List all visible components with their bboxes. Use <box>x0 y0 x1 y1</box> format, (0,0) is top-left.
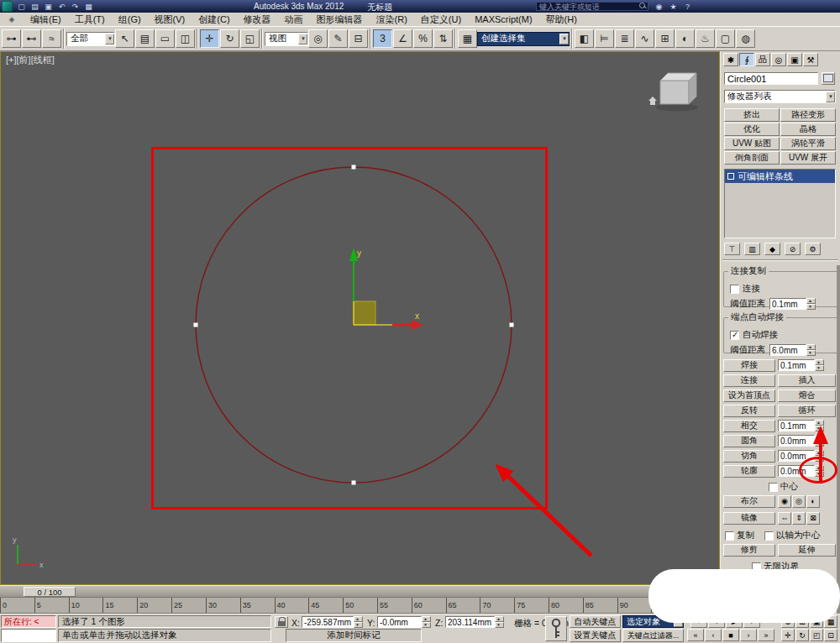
new-scene-icon[interactable]: ▢ <box>16 1 27 12</box>
communication-center-icon[interactable]: ◉ <box>654 1 664 12</box>
boolean-union-icon[interactable]: ◉ <box>778 495 791 508</box>
maximize-viewport-toggle-icon[interactable]: ⊡ <box>824 629 837 641</box>
timeline-tick[interactable]: 65 <box>446 598 480 613</box>
open-file-icon[interactable]: ▤ <box>29 1 40 12</box>
viewcube[interactable] <box>645 64 704 114</box>
material-editor-icon[interactable]: ◐ <box>675 29 695 48</box>
spinner-up-icon[interactable] <box>806 298 816 304</box>
menu-item[interactable]: 修改器 <box>237 13 278 26</box>
connect-threshold-field[interactable]: 0.1mm <box>769 298 806 310</box>
timeline-tick[interactable]: 95 <box>651 598 685 613</box>
percent-snap-icon[interactable]: % <box>413 29 433 48</box>
menu-item[interactable]: 帮助(H) <box>539 13 584 26</box>
z-spinner[interactable] <box>495 616 504 628</box>
timeline-tick[interactable]: 90 <box>617 598 652 613</box>
chamfer-button[interactable]: 切角 <box>723 450 775 463</box>
mirror-vertical-icon[interactable]: ⇕ <box>792 512 806 525</box>
key-filters-button[interactable]: 关键点过滤器... <box>622 629 684 642</box>
viewport-label[interactable]: [+][前][线框] <box>6 54 55 66</box>
next-key-icon[interactable]: › <box>743 615 760 628</box>
modifier-preset-button[interactable]: UVW 贴图 <box>724 137 780 150</box>
maxscript-mini-listener[interactable]: 所在行: < <box>1 615 56 628</box>
select-and-manipulate-icon[interactable]: ✎ <box>328 29 348 48</box>
cross-insert-value-field[interactable]: 0.1mm <box>778 420 815 431</box>
mirror-horizontal-icon[interactable]: ⇔ <box>778 512 791 525</box>
object-name-field[interactable] <box>724 72 818 85</box>
stop-icon[interactable]: ■ <box>722 629 739 641</box>
remove-modifier-icon[interactable]: ⊘ <box>785 243 801 255</box>
modifier-preset-button[interactable]: 涡轮平滑 <box>780 137 836 150</box>
spinner-down-icon[interactable] <box>815 441 824 447</box>
make-unique-icon[interactable]: ◆ <box>764 243 780 255</box>
keyboard-override-icon[interactable]: ⊟ <box>349 29 368 48</box>
make-first-button[interactable]: 设为首顶点 <box>723 389 775 402</box>
connect-copy-checkbox[interactable] <box>730 285 739 294</box>
modifier-preset-button[interactable]: 挤出 <box>724 108 780 122</box>
spinner-down-icon[interactable] <box>806 304 816 310</box>
tab-create[interactable]: ✱ <box>723 53 738 66</box>
modifier-preset-button[interactable]: 晶格 <box>780 123 836 136</box>
reverse-button[interactable]: 反转 <box>723 405 775 417</box>
named-selection-sets-combo[interactable]: 创建选择集 <box>477 32 570 46</box>
cross-insert-button[interactable]: 相交 <box>723 420 775 432</box>
modifier-preset-button[interactable]: 优化 <box>724 123 780 136</box>
align-icon[interactable]: ⊨ <box>595 29 614 48</box>
menu-item[interactable]: 工具(T) <box>68 13 112 26</box>
spinner-snap-icon[interactable]: ⇅ <box>433 29 453 48</box>
select-and-link-icon[interactable]: ⊶ <box>2 29 21 48</box>
spinner-down-icon[interactable] <box>354 622 363 628</box>
menu-item[interactable]: 自定义(U) <box>414 13 468 26</box>
use-pivot-point-icon[interactable]: ◎ <box>308 29 328 48</box>
select-by-name-icon[interactable]: ▤ <box>135 29 155 48</box>
tab-hierarchy[interactable]: 品 <box>755 53 770 66</box>
selection-filter-dropdown[interactable]: 全部 <box>66 32 115 46</box>
orbit-icon[interactable]: ↻ <box>795 629 809 641</box>
timeline-tick[interactable]: 20 <box>137 598 171 613</box>
mirror-both-icon[interactable]: ⊠ <box>806 512 820 525</box>
layer-manager-icon[interactable]: ≣ <box>615 29 634 48</box>
save-file-icon[interactable]: ▣ <box>43 1 54 12</box>
rectangular-selection-icon[interactable]: ▭ <box>155 29 175 48</box>
connect-button[interactable]: 连接 <box>723 374 775 387</box>
timeline-tick[interactable]: 25 <box>171 598 206 613</box>
timeline-tick[interactable]: 35 <box>240 598 275 613</box>
outline-center-checkbox[interactable] <box>769 483 778 492</box>
fuse-button[interactable]: 熔合 <box>778 389 836 402</box>
spinner-up-icon[interactable] <box>806 344 816 350</box>
timeline-tick[interactable]: 0 <box>0 598 34 613</box>
timeline-tick[interactable]: 75 <box>514 598 549 613</box>
modifier-preset-button[interactable]: UVW 展开 <box>780 151 836 165</box>
configure-modifier-sets-icon[interactable]: ⚙ <box>805 243 821 255</box>
favorites-icon[interactable]: ★ <box>668 1 679 12</box>
reference-coordinate-dropdown[interactable]: 视图 <box>265 32 308 46</box>
schematic-view-icon[interactable]: ⊞ <box>655 29 675 48</box>
x-coordinate-field[interactable]: -259.587mm <box>302 616 363 628</box>
rendered-frame-window-icon[interactable]: ▢ <box>716 29 735 48</box>
spinner-up-icon[interactable] <box>815 450 824 456</box>
curve-editor-icon[interactable]: ∿ <box>635 29 654 48</box>
viewcube-home-icon[interactable] <box>648 97 657 105</box>
boolean-button[interactable]: 布尔 <box>723 495 775 508</box>
spinner-up-icon[interactable] <box>422 616 431 622</box>
x-spinner[interactable] <box>354 616 363 628</box>
y-value[interactable]: -0.0mm <box>377 616 422 628</box>
timeline-ruler[interactable]: 0510152025303540455055606570758085909510… <box>0 598 720 614</box>
spinner-up-icon[interactable] <box>815 359 824 365</box>
auto-weld-threshold-field[interactable]: 6.0mm <box>769 344 806 356</box>
timeline-tick[interactable]: 100 <box>685 598 720 613</box>
edit-named-selection-sets-icon[interactable]: ▦ <box>458 29 477 48</box>
previous-frame-icon[interactable]: ‹ <box>705 629 722 641</box>
zoom-all-icon[interactable]: ⊞ <box>795 615 809 628</box>
dropdown-arrow-icon[interactable] <box>298 34 307 44</box>
spinner-down-icon[interactable] <box>806 350 816 356</box>
timeline-tick[interactable]: 45 <box>308 598 343 613</box>
workspace-switcher-icon[interactable]: ◈ <box>0 15 24 24</box>
boolean-intersect-icon[interactable]: ◐ <box>806 495 820 508</box>
angle-snap-icon[interactable]: ∠ <box>393 29 412 48</box>
modifier-preset-button[interactable]: 路径变形 <box>780 108 836 122</box>
spinner-down-icon[interactable] <box>815 426 824 431</box>
bind-to-space-warp-icon[interactable]: ≈ <box>42 29 61 48</box>
zoom-extents-all-icon[interactable]: ▦ <box>824 615 837 628</box>
cycle-button[interactable]: 循环 <box>778 405 836 417</box>
dropdown-arrow-icon[interactable] <box>826 91 835 102</box>
